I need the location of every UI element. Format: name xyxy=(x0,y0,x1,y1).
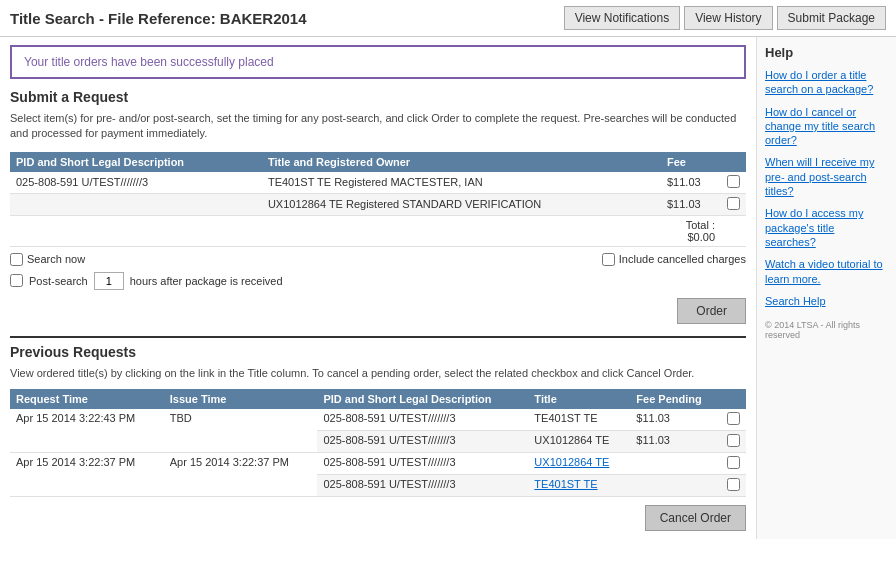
prev-row-1-issue-time: TBD xyxy=(164,409,318,453)
submit-package-button[interactable]: Submit Package xyxy=(777,6,886,30)
te401st-te-link[interactable]: TE401ST TE xyxy=(534,478,597,490)
sidebar-link-3[interactable]: How do I access my package's title searc… xyxy=(765,206,888,249)
sidebar: Help How do I order a title search on a … xyxy=(756,37,896,539)
prev-col-pid: PID and Short Legal Description xyxy=(317,389,528,409)
prev-col-fee: Fee Pending xyxy=(630,389,721,409)
content-area: Your title orders have been successfully… xyxy=(0,37,756,539)
prev-row-2-title: UX1012864 TE xyxy=(528,431,630,453)
controls-left: Search now xyxy=(10,253,85,266)
include-cancelled-label[interactable]: Include cancelled charges xyxy=(602,253,746,266)
prev-row-1-fee: $11.03 xyxy=(630,409,721,431)
submit-row-1: 025-808-591 U/TEST///////3 TE401ST TE Re… xyxy=(10,172,746,194)
col-pid: PID and Short Legal Description xyxy=(10,152,262,172)
previous-description: View ordered title(s) by clicking on the… xyxy=(10,366,746,381)
prev-row-4-title[interactable]: TE401ST TE xyxy=(528,475,630,497)
col-title: Title and Registered Owner xyxy=(262,152,661,172)
prev-row-3-request-time: Apr 15 2014 3:22:37 PM xyxy=(10,453,164,497)
prev-row-3-issue-time: Apr 15 2014 3:22:37 PM xyxy=(164,453,318,497)
prev-col-issue-time: Issue Time xyxy=(164,389,318,409)
success-message: Your title orders have been successfully… xyxy=(10,45,746,79)
controls-right: Include cancelled charges xyxy=(602,253,746,266)
submit-section-title: Submit a Request xyxy=(10,89,746,105)
post-search-row: Post-search 1 hours after package is rec… xyxy=(10,272,746,290)
view-history-button[interactable]: View History xyxy=(684,6,772,30)
col-fee: Fee xyxy=(661,152,721,172)
prev-row-3-pid: 025-808-591 U/TEST///////3 xyxy=(317,453,528,475)
prev-row-1-title: TE401ST TE xyxy=(528,409,630,431)
prev-row-4-cb[interactable] xyxy=(721,475,746,497)
page-title: Title Search - File Reference: BAKER2014 xyxy=(10,10,307,27)
submit-table-header-row: PID and Short Legal Description Title an… xyxy=(10,152,746,172)
prev-col-cb xyxy=(721,389,746,409)
submit-table: PID and Short Legal Description Title an… xyxy=(10,152,746,247)
search-now-label[interactable]: Search now xyxy=(10,253,85,266)
section-divider xyxy=(10,336,746,338)
sidebar-copyright: © 2014 LTSA - All rights reserved xyxy=(765,320,888,340)
post-search-checkbox[interactable] xyxy=(10,274,23,287)
submit-row-2-fee: $11.03 xyxy=(661,193,721,215)
submit-row-1-fee: $11.03 xyxy=(661,172,721,194)
prev-row-1-pid: 025-808-591 U/TEST///////3 xyxy=(317,409,528,431)
prev-row-3: Apr 15 2014 3:22:37 PM Apr 15 2014 3:22:… xyxy=(10,453,746,475)
prev-row-4-fee xyxy=(630,475,721,497)
page-header: Title Search - File Reference: BAKER2014… xyxy=(0,0,896,37)
submit-row-1-pid: 025-808-591 U/TEST///////3 xyxy=(10,172,262,194)
prev-row-3-fee xyxy=(630,453,721,475)
header-button-group: View Notifications View History Submit P… xyxy=(564,6,886,30)
total-label xyxy=(10,215,661,246)
search-now-checkbox[interactable] xyxy=(10,253,23,266)
cancel-button-row: Cancel Order xyxy=(10,505,746,531)
prev-row-2-pid: 025-808-591 U/TEST///////3 xyxy=(317,431,528,453)
total-row: Total : $0.00 xyxy=(10,215,746,246)
sidebar-link-4[interactable]: Watch a video tutorial to learn more. xyxy=(765,257,888,286)
order-button-row: Order xyxy=(10,298,746,324)
submit-description: Select item(s) for pre- and/or post-sear… xyxy=(10,111,746,142)
prev-col-title: Title xyxy=(528,389,630,409)
prev-col-request-time: Request Time xyxy=(10,389,164,409)
cancel-order-button[interactable]: Cancel Order xyxy=(645,505,746,531)
previous-section-title: Previous Requests xyxy=(10,344,746,360)
include-cancelled-checkbox[interactable] xyxy=(602,253,615,266)
sidebar-link-0[interactable]: How do I order a title search on a packa… xyxy=(765,68,888,97)
prev-row-1-cb[interactable] xyxy=(721,409,746,431)
sidebar-link-1[interactable]: How do I cancel or change my title searc… xyxy=(765,105,888,148)
view-notifications-button[interactable]: View Notifications xyxy=(564,6,681,30)
prev-row-3-title[interactable]: UX1012864 TE xyxy=(528,453,630,475)
sidebar-link-2[interactable]: When will I receive my pre- and post-sea… xyxy=(765,155,888,198)
submit-row-2-cb[interactable] xyxy=(721,193,746,215)
sidebar-title: Help xyxy=(765,45,888,60)
controls-row: Search now Include cancelled charges xyxy=(10,253,746,266)
post-search-hours-input[interactable]: 1 xyxy=(94,272,124,290)
prev-row-1-request-time: Apr 15 2014 3:22:43 PM xyxy=(10,409,164,453)
submit-row-1-cb[interactable] xyxy=(721,172,746,194)
submit-row-2: UX1012864 TE Registered STANDARD VERIFIC… xyxy=(10,193,746,215)
previous-table-header-row: Request Time Issue Time PID and Short Le… xyxy=(10,389,746,409)
col-checkbox-header xyxy=(721,152,746,172)
prev-row-4-pid: 025-808-591 U/TEST///////3 xyxy=(317,475,528,497)
submit-row-2-title: UX1012864 TE Registered STANDARD VERIFIC… xyxy=(262,193,661,215)
main-layout: Your title orders have been successfully… xyxy=(0,37,896,539)
order-button[interactable]: Order xyxy=(677,298,746,324)
ux1012864-te-link[interactable]: UX1012864 TE xyxy=(534,456,609,468)
submit-row-1-title: TE401ST TE Registered MACTESTER, IAN xyxy=(262,172,661,194)
total-label-text: Total : $0.00 xyxy=(661,215,721,246)
prev-row-1: Apr 15 2014 3:22:43 PM TBD 025-808-591 U… xyxy=(10,409,746,431)
prev-row-2-fee: $11.03 xyxy=(630,431,721,453)
previous-table: Request Time Issue Time PID and Short Le… xyxy=(10,389,746,497)
prev-row-3-cb[interactable] xyxy=(721,453,746,475)
submit-row-2-pid xyxy=(10,193,262,215)
prev-row-2-cb[interactable] xyxy=(721,431,746,453)
sidebar-link-5[interactable]: Search Help xyxy=(765,294,888,308)
